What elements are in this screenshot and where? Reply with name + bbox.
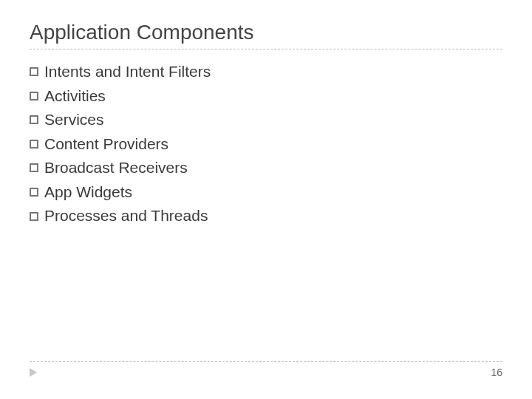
square-bullet-icon: [30, 92, 38, 100]
page-number: 16: [491, 366, 502, 378]
footer: 16: [30, 361, 502, 378]
list-item-label: Broadcast Receivers: [44, 156, 188, 180]
list-item: App Widgets: [30, 180, 502, 205]
square-bullet-icon: [30, 115, 38, 124]
list-item-label: Activities: [44, 84, 106, 109]
list-item-label: Content Providers: [44, 132, 168, 157]
list-item-label: Processes and Threads: [44, 204, 208, 228]
page-title: Application Components: [30, 21, 502, 44]
list-item: Services: [30, 108, 502, 132]
list-item: Activities: [30, 84, 502, 109]
square-bullet-icon: [30, 188, 38, 197]
square-bullet-icon: [30, 67, 38, 76]
footer-row: 16: [30, 366, 502, 378]
slide: Application Components Intents and Inten…: [0, 0, 532, 399]
square-bullet-icon: [30, 163, 38, 172]
list-item-label: Intents and Intent Filters: [44, 60, 211, 84]
square-bullet-icon: [30, 212, 38, 221]
arrow-right-icon: [30, 368, 37, 377]
list-item-label: App Widgets: [44, 180, 132, 205]
list-item: Processes and Threads: [30, 204, 502, 228]
list-item: Intents and Intent Filters: [30, 60, 502, 84]
title-divider: [30, 49, 502, 50]
list-item-label: Services: [44, 108, 104, 132]
list-item: Content Providers: [30, 132, 502, 157]
list-item: Broadcast Receivers: [30, 156, 502, 180]
footer-divider: [30, 361, 502, 362]
bullet-list: Intents and Intent Filters Activities Se…: [30, 60, 502, 228]
square-bullet-icon: [30, 140, 38, 149]
